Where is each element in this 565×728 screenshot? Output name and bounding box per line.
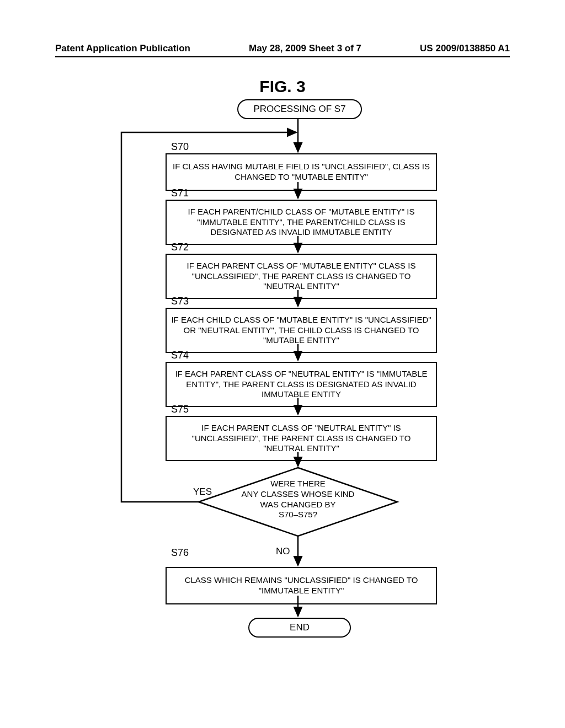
page-header: Patent Application Publication May 28, 2… xyxy=(55,43,510,54)
header-center: May 28, 2009 Sheet 3 of 7 xyxy=(249,43,361,54)
header-left: Patent Application Publication xyxy=(55,43,190,54)
page: Patent Application Publication May 28, 2… xyxy=(0,0,565,728)
header-rule xyxy=(55,56,510,57)
figure-title: FIG. 3 xyxy=(0,77,565,96)
connectors xyxy=(0,99,565,706)
header-right: US 2009/0138850 A1 xyxy=(420,43,510,54)
